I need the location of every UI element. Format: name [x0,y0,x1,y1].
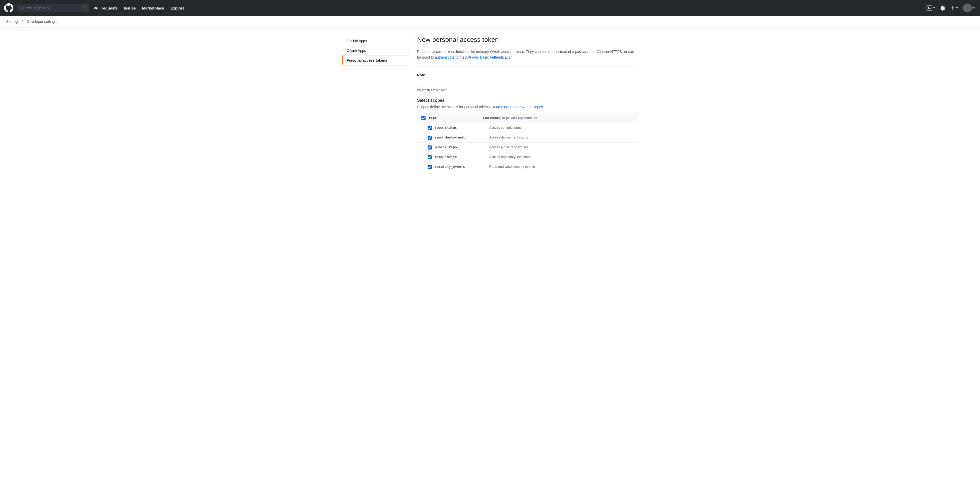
breadcrumb-settings-link[interactable]: Settings [6,19,19,24]
avatar [963,3,972,12]
scope-desc-public-repo: Access public repositories [489,145,528,149]
add-button[interactable] [949,4,959,11]
avatar-button[interactable] [962,3,976,13]
scope-name-repo-status: repo:status [435,126,486,129]
scope-desc-security-events: Read and write security events [489,165,535,169]
nav-marketplace[interactable]: Marketplace [142,6,164,10]
scope-row-repo-status: repo:status Access commit status [417,123,638,132]
breadcrumb-current: Developer settings [27,19,57,24]
scope-name-repo-deployment: repo_deployment [435,135,486,139]
notification-badge [942,4,945,7]
scope-checkbox-security-events[interactable] [428,165,432,169]
scope-desc-repo-deployment: Access deployment status [489,135,528,139]
scopes-link[interactable]: Read more about OAuth scopes. [492,105,544,109]
scope-desc-repo-status: Access commit status [489,126,522,129]
scopes-desc: Scopes define the access for personal to… [417,105,638,109]
scope-row-repo-invite: repo:invite Access repository invitation… [417,152,638,162]
sidebar: GitHub Apps OAuth Apps Personal access t… [342,36,409,178]
scope-name-repo-invite: repo:invite [435,155,486,159]
scope-name-repo: repo [429,116,480,120]
breadcrumb: Settings / Developer settings [0,16,980,27]
scope-checkbox-repo-deployment[interactable] [428,136,432,140]
sidebar-item-personal-access-tokens[interactable]: Personal access tokens [342,56,409,65]
sidebar-item-oauth-apps[interactable]: OAuth Apps [342,46,409,56]
scope-checkbox-repo-status[interactable] [428,126,432,130]
note-section: Note What's this token for? [417,73,638,92]
nav-issues[interactable]: Issues [124,6,136,10]
description-link[interactable]: authenticate to the API over Basic Authe… [435,55,512,59]
search-kbd: / [82,5,86,11]
scope-row-repo-deployment: repo_deployment Access deployment status [417,132,638,142]
note-label: Note [417,73,638,77]
scope-row-repo: repo Full control of private repositorie… [417,113,638,123]
scope-checkbox-repo-invite[interactable] [428,155,432,159]
sidebar-menu: GitHub Apps OAuth Apps Personal access t… [342,36,409,65]
page-title: New personal access token [417,36,638,44]
sidebar-item-github-apps[interactable]: GitHub Apps [342,36,409,46]
scope-row-public-repo: public_repo Access public repositories [417,142,638,152]
page-layout: GitHub Apps OAuth Apps Personal access t… [336,27,644,186]
notifications-button[interactable] [939,4,947,12]
main-content: New personal access token Personal acces… [417,36,638,178]
breadcrumb-separator: / [22,19,22,24]
scopes-title: Select scopes [417,98,638,103]
nav-pull-requests[interactable]: Pull requests [94,6,118,10]
terminal-button[interactable] [926,4,936,12]
scope-checkbox-public-repo[interactable] [428,145,432,150]
scopes-desc-text: Scopes define the access for personal to… [417,105,492,109]
scopes-section: Select scopes Scopes define the access f… [417,98,638,172]
navbar: Search or jump to... / Pull requests Iss… [0,0,980,16]
scope-desc-repo: Full control of private repositories [483,116,537,120]
scope-name-security-events: security_events [435,165,486,169]
note-hint: What's this token for? [417,88,638,92]
nav-links: Pull requests Issues Marketplace Explore [94,6,921,10]
scope-checkbox-repo[interactable] [422,116,426,120]
description-end: . [512,55,513,59]
scope-desc-repo-invite: Access repository invitations [489,155,531,159]
nav-explore[interactable]: Explore [170,6,185,10]
scopes-box: repo Full control of private repositorie… [417,113,638,172]
github-logo[interactable] [4,3,13,13]
scope-name-public-repo: public_repo [435,145,486,149]
description: Personal access tokens function like ord… [417,49,638,67]
scope-row-security-events: security_events Read and write security … [417,162,638,172]
search-box[interactable]: Search or jump to... / [18,4,89,12]
search-text: Search or jump to... [20,6,52,10]
note-input[interactable] [417,79,540,87]
nav-actions [926,3,976,13]
